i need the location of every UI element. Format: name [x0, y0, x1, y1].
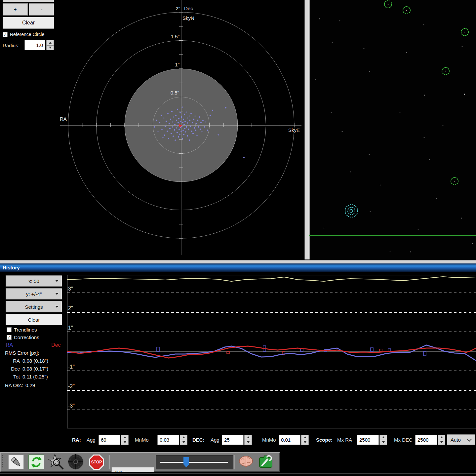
spinner-up-icon — [379, 435, 387, 440]
star — [342, 131, 343, 132]
rms-header: RMS Error [px]: — [5, 350, 39, 356]
history-axis-label: 3" — [68, 286, 73, 292]
spinner-down-icon — [121, 440, 129, 445]
spinner-down-icon — [379, 440, 387, 445]
chevron-down-icon — [55, 293, 59, 295]
star — [410, 252, 411, 253]
star — [418, 229, 419, 230]
star — [339, 20, 340, 21]
history-graph: 3"2"1"-1"-2"-3" — [0, 272, 476, 430]
history-y-scale-dropdown[interactable]: y: +/-4" — [6, 288, 62, 299]
mx-ra-input[interactable] — [357, 435, 379, 445]
dec-mnmo-stepper[interactable] — [301, 435, 309, 445]
guide-button[interactable] — [67, 454, 84, 470]
ra-mnmo-stepper[interactable] — [180, 435, 187, 445]
axis-label-skye: SkyE — [288, 127, 300, 133]
star — [436, 198, 437, 199]
dec-agg-input[interactable] — [222, 435, 244, 445]
star — [406, 52, 407, 53]
star-magnifier-icon — [46, 454, 65, 471]
locked-star-target-icon — [345, 205, 358, 217]
zoom-out-button[interactable]: - — [29, 3, 54, 16]
star — [370, 211, 371, 212]
ra-agg-label: Agg — [87, 437, 96, 443]
star-field-panel — [309, 0, 476, 259]
advanced-settings-button[interactable] — [238, 454, 254, 470]
slider-thumb[interactable] — [183, 457, 189, 467]
bottom-line — [0, 473, 476, 474]
radius-stepper[interactable] — [46, 40, 54, 50]
ra-osc-row: RA Osc: 0.29 — [5, 382, 35, 388]
axis-label-ra: RA — [60, 116, 67, 122]
panel-divider[interactable] — [304, 0, 309, 259]
star — [324, 228, 325, 229]
dec-guide-mode-slider[interactable] — [156, 455, 233, 469]
mx-dec-stepper[interactable] — [438, 435, 445, 445]
spinner-down-icon — [438, 440, 445, 445]
star — [462, 46, 463, 47]
star — [332, 42, 333, 43]
target-partial-button[interactable] — [3, 0, 54, 2]
star — [319, 19, 320, 20]
loop-exposures-button[interactable] — [28, 455, 44, 469]
auto-select-star-button[interactable] — [46, 454, 65, 471]
corrections-checkbox[interactable]: ✓ — [7, 335, 12, 340]
ra-agg-stepper[interactable] — [121, 435, 129, 445]
ra-agg-input[interactable] — [99, 435, 120, 445]
target-scatter-panel: 2" Dec SkyN 1.5" 1" 0.5" RA SkyE + - Cle… — [0, 0, 304, 259]
history-ra-line — [67, 345, 476, 361]
zoom-in-button[interactable]: + — [3, 3, 28, 16]
history-axis-label: 1" — [68, 325, 73, 331]
spinner-down-icon — [244, 440, 252, 445]
correction-bar — [227, 351, 229, 354]
ring-label-2arcsec: 2" — [167, 6, 180, 11]
star — [423, 24, 424, 25]
toolbar-grip-handle[interactable] — [2, 455, 3, 469]
spinner-down-icon — [301, 440, 309, 445]
legend-ra: RA — [6, 342, 13, 348]
history-window-edge — [0, 260, 476, 263]
target-scatter-plot — [0, 0, 304, 259]
radius-input[interactable] — [24, 40, 45, 50]
star — [331, 112, 332, 113]
guide-scatter-point — [243, 157, 245, 158]
trendlines-checkbox[interactable] — [7, 327, 12, 332]
star — [464, 94, 465, 95]
trendlines-label: Trendlines — [14, 327, 37, 333]
spinner-up-icon — [301, 435, 309, 440]
reference-circle-checkbox[interactable]: ✓ — [3, 32, 8, 37]
rms-row-dec: Dec 0.08 (0.17") — [5, 366, 48, 372]
star — [369, 154, 370, 155]
mx-ra-stepper[interactable] — [379, 435, 387, 445]
connect-camera-button[interactable] — [8, 455, 24, 469]
history-settings-dropdown[interactable]: Settings — [6, 301, 62, 312]
dec-mnmo-input[interactable] — [279, 435, 300, 445]
dec-agg-stepper[interactable] — [244, 435, 252, 445]
target-clear-button[interactable]: Clear — [3, 17, 54, 29]
star — [424, 95, 425, 96]
radius-label: Radius: — [3, 43, 20, 48]
star — [390, 251, 391, 252]
dec-mode-select[interactable]: Auto — [447, 434, 475, 445]
star — [364, 48, 365, 49]
history-clear-button[interactable]: Clear — [6, 314, 62, 325]
history-x-scale-dropdown[interactable]: x: 50 — [6, 275, 62, 287]
correction-bar — [371, 348, 373, 351]
spinner-down-icon — [46, 45, 54, 51]
scope-section-label: Scope: — [316, 437, 333, 443]
ra-mnmo-input[interactable] — [157, 435, 179, 445]
star — [429, 159, 430, 160]
ra-mnmo-label: MnMo — [135, 437, 149, 443]
star — [369, 71, 370, 72]
history-graph-panel: 3"2"1"-1"-2"-3" — [0, 272, 476, 452]
camera-settings-button[interactable] — [258, 455, 273, 470]
mx-dec-label: Mx DEC — [394, 437, 413, 443]
mx-dec-input[interactable] — [415, 435, 437, 445]
stop-button[interactable]: STOP — [89, 454, 104, 470]
chevron-down-icon — [55, 306, 59, 308]
star — [315, 79, 316, 80]
history-title-bar[interactable]: History — [0, 263, 476, 272]
axis-label-skyn: SkyN — [182, 15, 194, 21]
slider-track[interactable] — [160, 462, 228, 463]
history-axis-label: -3" — [68, 403, 75, 409]
